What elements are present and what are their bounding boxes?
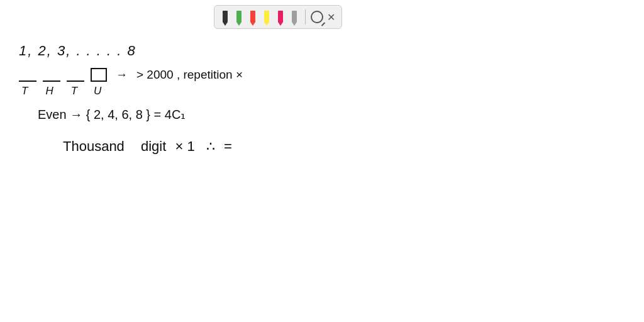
black-pencil-tool[interactable] [219,8,231,26]
divider [305,9,306,25]
times-label: × 1 [175,138,194,154]
blank-thousands [19,69,36,82]
red-pencil-tool[interactable] [247,8,258,26]
condition-text: > 2000 , repetition × [136,68,243,82]
thousand-digit-line: Thousand digit × 1 ∴ = [63,138,232,155]
sequence-text: 1, 2, 3, . . . . . 8 [19,43,136,59]
search-icon[interactable] [311,11,323,23]
blank-hundreds [43,69,60,82]
place-value-labels: T H T U [19,85,101,97]
content-area: 1, 2, 3, . . . . . 8 → > 2000 , repetiti… [0,31,644,322]
close-icon[interactable]: ✕ [326,11,336,23]
thousand-label: Thousand [63,138,125,154]
digit-label: digit [141,138,166,154]
pink-pencil-tool[interactable] [275,8,286,26]
yellow-pencil-tool[interactable] [261,8,272,26]
label-U: U [94,85,101,97]
gray-pencil-tool[interactable] [289,8,300,26]
place-value-row: → > 2000 , repetition × [19,68,243,82]
label-H: H [45,85,53,97]
green-pencil-tool[interactable] [233,8,245,26]
dots-label: ∴ [206,138,215,154]
toolbar: ✕ [214,5,342,29]
box-units [91,68,107,82]
label-T2: T [71,85,77,97]
equals-label: = [224,138,232,154]
label-T1: T [21,85,28,97]
even-set-text: Even → { 2, 4, 6, 8 } = 4C₁ [38,107,186,122]
blank-tens [67,69,84,82]
whiteboard: ✕ 1, 2, 3, . . . . . 8 → > 2000 , repeti… [0,0,644,322]
arrow-icon: → [116,68,128,82]
